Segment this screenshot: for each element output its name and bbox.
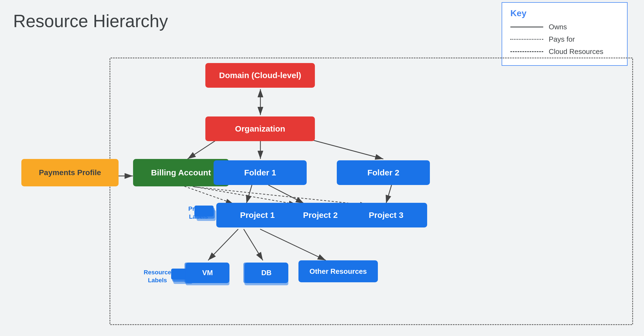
key-title: Key: [510, 8, 619, 18]
folder1-node: Folder 1: [214, 160, 307, 185]
domain-node: Domain (Cloud-level): [205, 63, 315, 88]
db-node: DB: [245, 263, 288, 283]
page-title: Resource Hierarchy: [13, 11, 168, 31]
diagram: Payments Profile Billing Account Domain …: [8, 36, 636, 328]
vm-node: VM: [186, 263, 229, 283]
project3-node: Project 3: [345, 203, 427, 227]
payments-profile-node: Payments Profile: [21, 159, 119, 186]
other-resources-node: Other Resources: [298, 260, 378, 282]
organization-node: Organization: [205, 116, 315, 141]
owns-label: Owns: [549, 23, 567, 31]
owns-line-icon: [510, 27, 543, 27]
folder2-node: Folder 2: [337, 160, 430, 185]
key-item-owns: Owns: [510, 23, 619, 31]
